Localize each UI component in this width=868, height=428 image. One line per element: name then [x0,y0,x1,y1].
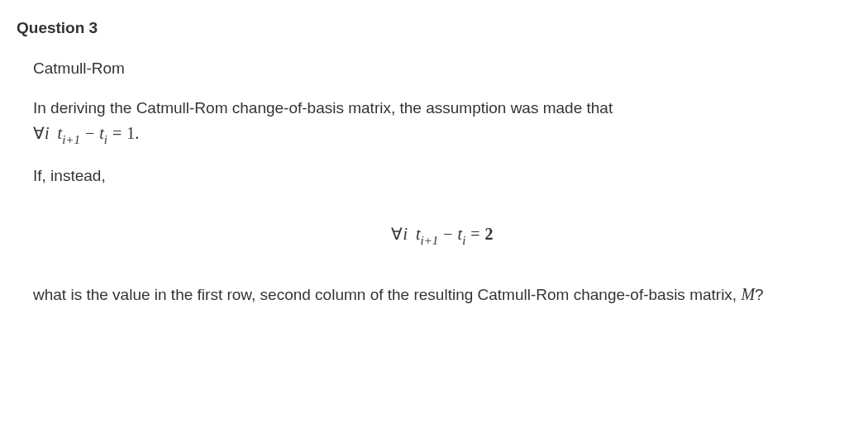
paragraph-1: In deriving the Catmull-Rom change-of-ba… [33,97,851,148]
matrix-m: M [741,285,755,303]
var-t3: t [416,225,421,243]
num-1: 1 [126,124,135,142]
paragraph-2: If, instead, [33,164,851,188]
para3-text-b: ? [755,286,764,303]
minus-op: − [85,124,94,142]
period: . [135,124,139,142]
var-i: i [45,124,50,142]
var-i-2: i [403,225,408,243]
sub-i-plus-1: i+1 [62,133,80,146]
eq-op: = [112,124,122,142]
sub-i-plus-1-2: i+1 [421,234,439,247]
paragraph-3: what is the value in the first row, seco… [33,282,851,307]
forall-symbol-2: ∀ [391,225,403,243]
forall-symbol: ∀ [33,124,45,142]
math-display-1: ∀i ti+1−ti=2 [33,221,851,250]
question-title: Question 3 [17,17,851,40]
question-content: Catmull-Rom In deriving the Catmull-Rom … [17,57,851,307]
eq-op-2: = [470,225,479,243]
sub-i: i [104,133,107,146]
num-2: 2 [485,225,494,243]
sub-i-2: i [462,234,465,247]
para3-text-a: what is the value in the first row, seco… [33,286,741,303]
math-inline-1: ∀i ti+1−ti=1. [33,124,139,142]
subtitle: Catmull-Rom [33,57,851,81]
para1-text: In deriving the Catmull-Rom change-of-ba… [33,99,613,117]
var-t2: t [99,124,104,142]
minus-op-2: − [443,225,452,243]
